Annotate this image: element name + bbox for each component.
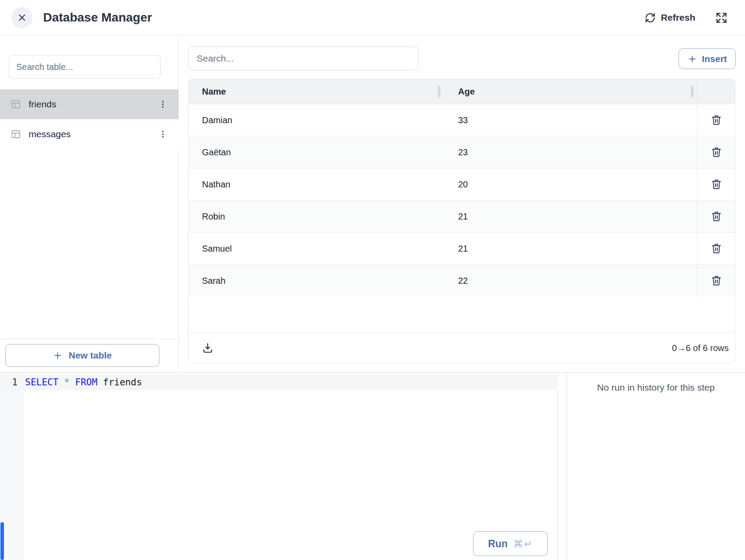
- rows-count-label: 0→6 of 6 rows: [672, 343, 729, 353]
- refresh-label: Refresh: [661, 12, 695, 23]
- table-footer: 0→6 of 6 rows: [189, 333, 735, 363]
- row-actions-cell: [697, 104, 735, 136]
- data-table: Name Age Damian 33: [188, 79, 735, 363]
- plus-icon: [53, 351, 62, 360]
- sidebar-footer: New table: [0, 339, 179, 372]
- row-actions-cell: [697, 201, 735, 232]
- cell-age[interactable]: 21: [442, 233, 697, 264]
- delete-row-button[interactable]: [711, 211, 722, 222]
- kebab-menu-icon: [158, 99, 167, 110]
- cell-name[interactable]: Samuel: [189, 233, 442, 264]
- table-row[interactable]: Damian 33: [189, 104, 735, 136]
- insert-label: Insert: [702, 54, 727, 64]
- code-line-content[interactable]: SELECT * FROM friends: [25, 374, 142, 390]
- kebab-menu-icon: [158, 129, 167, 139]
- delete-row-button[interactable]: [711, 146, 722, 158]
- table-search-input[interactable]: [9, 55, 161, 79]
- refresh-icon: [645, 12, 656, 23]
- column-header-actions: [697, 79, 735, 104]
- delete-row-button[interactable]: [711, 243, 722, 254]
- plus-icon: [687, 54, 697, 64]
- run-label: Run: [488, 538, 508, 550]
- cell-age[interactable]: 21: [442, 201, 697, 232]
- scrollbar-thumb[interactable]: [0, 522, 4, 560]
- table-body: Damian 33 Gaëtan 23: [189, 104, 735, 296]
- table-icon: [11, 99, 21, 110]
- cell-age[interactable]: 33: [442, 104, 697, 136]
- download-icon: [202, 342, 213, 354]
- cell-name[interactable]: Sarah: [189, 265, 442, 296]
- history-empty-message: No run in history for this step: [567, 382, 745, 393]
- sidebar-table-item[interactable]: messages: [0, 119, 179, 149]
- search-input[interactable]: [188, 47, 419, 70]
- close-button[interactable]: [11, 7, 33, 28]
- header: Database Manager Refresh: [0, 0, 745, 35]
- table-menu-button[interactable]: [158, 129, 167, 139]
- keyboard-shortcut-icon: ⌘↵: [514, 538, 533, 549]
- page-title: Database Manager: [43, 0, 152, 35]
- table-row[interactable]: Nathan 20: [189, 168, 735, 200]
- table-row[interactable]: Robin 21: [189, 200, 735, 232]
- sidebar: friends messages: [0, 35, 179, 372]
- row-actions-cell: [697, 233, 735, 264]
- database-manager-app: Database Manager Refresh: [0, 0, 745, 560]
- run-button[interactable]: Run ⌘↵: [473, 531, 548, 556]
- sql-editor[interactable]: 1 SELECT * FROM friends Run ⌘↵: [0, 373, 558, 560]
- close-icon: [17, 12, 27, 23]
- column-resize-handle[interactable]: [438, 86, 440, 97]
- delete-row-button[interactable]: [711, 179, 722, 190]
- column-header-name[interactable]: Name: [189, 79, 442, 104]
- refresh-button[interactable]: Refresh: [645, 12, 695, 23]
- column-header-age[interactable]: Age: [442, 79, 697, 104]
- delete-row-button[interactable]: [711, 114, 722, 126]
- table-row[interactable]: Sarah 22: [189, 264, 735, 296]
- line-number: 1: [0, 374, 24, 390]
- trash-icon: [711, 146, 722, 158]
- cell-name[interactable]: Nathan: [189, 168, 442, 200]
- trash-icon: [711, 211, 722, 222]
- trash-icon: [711, 243, 722, 254]
- row-actions-cell: [697, 136, 735, 168]
- table-name-label: messages: [29, 129, 158, 139]
- row-actions-cell: [697, 265, 735, 296]
- table-name-label: friends: [29, 99, 158, 110]
- trash-icon: [711, 179, 722, 190]
- table-row[interactable]: Samuel 21: [189, 232, 735, 264]
- cell-name[interactable]: Damian: [189, 104, 442, 136]
- row-actions-cell: [697, 168, 735, 200]
- insert-button[interactable]: Insert: [679, 48, 736, 69]
- cell-name[interactable]: Gaëtan: [189, 136, 442, 168]
- fullscreen-button[interactable]: [716, 12, 727, 24]
- cell-age[interactable]: 20: [442, 168, 697, 200]
- cell-age[interactable]: 23: [442, 136, 697, 168]
- table-header-row: Name Age: [189, 79, 735, 104]
- new-table-button[interactable]: New table: [5, 344, 159, 367]
- download-button[interactable]: [202, 342, 213, 354]
- delete-row-button[interactable]: [711, 275, 722, 286]
- table-list: friends messages: [0, 89, 179, 149]
- cell-age[interactable]: 22: [442, 265, 697, 296]
- trash-icon: [711, 114, 722, 126]
- run-history-panel: No run in history for this step: [566, 373, 745, 560]
- main-panel: Insert Name Age Damian 33: [179, 35, 745, 372]
- table-icon: [11, 129, 21, 139]
- expand-icon: [716, 12, 727, 24]
- table-menu-button[interactable]: [158, 99, 167, 110]
- header-actions: Refresh: [645, 0, 727, 35]
- table-row[interactable]: Gaëtan 23: [189, 136, 735, 168]
- column-resize-handle[interactable]: [691, 86, 694, 97]
- sidebar-table-item[interactable]: friends: [0, 89, 179, 119]
- new-table-label: New table: [69, 350, 112, 361]
- trash-icon: [711, 275, 722, 286]
- cell-name[interactable]: Robin: [189, 201, 442, 232]
- bottom-section: 1 SELECT * FROM friends Run ⌘↵ No run in…: [0, 372, 745, 560]
